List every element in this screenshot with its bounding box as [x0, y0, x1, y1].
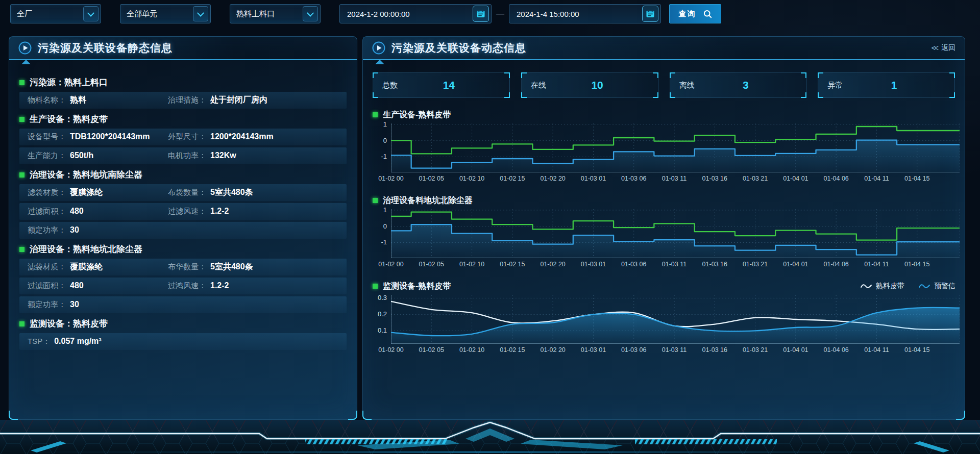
field-value: 1.2-2 [210, 281, 229, 290]
info-cell: 过滤面积：480 [28, 281, 168, 291]
info-section-title: 治理设备：熟料地坑北除尘器 [30, 243, 142, 255]
x-axis-tick: 01-03 21 [743, 261, 768, 268]
y-axis-tick: -1 [373, 238, 387, 246]
chevron-down-icon[interactable] [193, 6, 208, 21]
x-axis-tick: 01-03 01 [581, 346, 606, 354]
field-value: 覆膜涤纶 [70, 187, 103, 198]
info-cell: 额定功率：30 [28, 300, 168, 310]
field-label: 额定功率： [28, 225, 66, 235]
x-axis-tick: 01-02 15 [500, 346, 525, 354]
stat-label: 异常 [827, 81, 843, 90]
chart-canvas [391, 295, 960, 344]
y-axis-tick: 0 [373, 137, 387, 144]
info-section: 治理设备：熟料地坑北除尘器 [19, 241, 347, 258]
chart-legend: 熟料皮带预警信 [861, 282, 961, 291]
field-label: TSP： [28, 337, 50, 346]
x-axis-tick: 01-04 11 [864, 346, 889, 354]
info-row: 额定功率：30 [19, 222, 347, 239]
x-axis-tick: 01-02 05 [419, 346, 444, 354]
device-stats-row: 总数14在线10离线3异常1 [373, 72, 955, 98]
info-section-title: 污染源：熟料上料口 [30, 77, 108, 88]
legend-item[interactable]: 熟料皮带 [861, 282, 904, 291]
field-value: 30 [70, 225, 79, 235]
x-axis-tick: 01-02 20 [540, 346, 565, 354]
info-cell: 生产能力：650t/h [28, 151, 168, 161]
back-button[interactable]: << 返回 [932, 43, 955, 53]
calendar-icon[interactable] [473, 6, 489, 22]
x-axis-tick: 01-03 01 [581, 175, 606, 182]
dynamic-info-panel: 污染源及关联设备动态信息 << 返回 总数14在线10离线3异常1 生产设备-熟… [362, 36, 965, 420]
top-filter-bar: 全厂 全部单元 熟料上料口 — [10, 4, 970, 23]
x-axis-tick: 01-03 11 [662, 261, 687, 268]
field-label: 设备型号： [28, 132, 66, 142]
play-icon [372, 41, 385, 55]
chevron-down-icon[interactable] [83, 6, 99, 21]
x-axis-labels: 01-02 0001-02 0501-02 1001-02 1501-02 20… [391, 258, 960, 269]
info-cell: 滤袋材质：覆膜涤纶 [28, 262, 168, 272]
x-axis-tick: 01-04 11 [864, 175, 889, 182]
info-cell: 布袋数量：5室共480条 [168, 187, 253, 198]
info-row: 生产能力：650t/h电机功率：132Kw [19, 147, 347, 164]
x-axis-tick: 01-02 10 [459, 346, 484, 354]
green-square-bullet [373, 112, 378, 117]
back-button-label: 返回 [941, 43, 955, 53]
footer-decoration [0, 420, 980, 454]
search-icon [703, 10, 712, 18]
unit-select-value: 全部单元 [127, 9, 157, 19]
calendar-icon[interactable] [642, 6, 658, 22]
play-icon [18, 41, 32, 55]
static-info-list: 污染源：熟料上料口物料名称：熟料治理措施：处于封闭厂房内生产设备：熟料皮带设备型… [9, 60, 357, 350]
field-label: 过滤面积： [28, 281, 66, 291]
stat-value: 1 [891, 79, 897, 91]
source-select[interactable]: 熟料上料口 [230, 4, 321, 23]
x-axis-tick: 01-02 15 [500, 175, 525, 182]
x-axis-tick: 01-02 10 [459, 261, 484, 268]
field-label: 电机功率： [168, 151, 206, 161]
x-axis-tick: 01-03 21 [743, 175, 768, 182]
static-panel-title: 污染源及关联设备静态信息 [38, 41, 173, 55]
chevron-down-icon[interactable] [303, 6, 318, 21]
legend-item[interactable]: 预警信 [919, 282, 955, 291]
chart-1: 治理设备料地坑北除尘器10-101-02 0001-02 0501-02 100… [373, 192, 961, 269]
field-value: 处于封闭厂房内 [210, 95, 267, 106]
stat-value: 14 [443, 79, 455, 91]
end-datetime-field[interactable] [509, 4, 661, 23]
x-axis-tick: 01-02 05 [419, 261, 444, 268]
x-axis-labels: 01-02 0001-02 0501-02 1001-02 1501-02 20… [391, 344, 960, 355]
info-row: 物料名称：熟料治理措施：处于封闭厂房内 [19, 92, 347, 109]
field-label: 滤袋材质： [28, 262, 66, 272]
y-axis-tick: 0.1 [373, 326, 387, 334]
info-cell: 过滤风速：1.2-2 [168, 207, 229, 216]
end-datetime-input[interactable] [516, 9, 620, 19]
x-axis-tick: 01-03 01 [581, 261, 606, 268]
green-square-bullet [373, 284, 378, 289]
unit-select[interactable]: 全部单元 [120, 4, 211, 23]
pollution-dashboard: 全厂 全部单元 熟料上料口 — [0, 0, 980, 454]
info-row: 过滤面积：480过鸿风速：1.2-2 [19, 278, 347, 294]
info-cell: 设备型号：TDB1200*204143mm [28, 132, 168, 142]
chart-canvas [391, 209, 960, 258]
chart-plot: 10-1 [373, 123, 961, 172]
plant-select[interactable]: 全厂 [10, 4, 101, 23]
x-axis-tick: 01-02 10 [459, 175, 484, 182]
x-axis-tick: 01-04 01 [783, 346, 808, 354]
x-axis-tick: 01-03 06 [621, 175, 646, 182]
field-value: 480 [70, 281, 84, 290]
x-axis-tick: 01-04 15 [904, 261, 929, 268]
field-label: 过鸿风速： [168, 281, 206, 291]
info-cell: 滤袋材质：覆膜涤纶 [28, 187, 168, 198]
stat-card-3: 异常1 [818, 72, 955, 98]
info-cell: 治理措施：处于封闭厂房内 [168, 95, 267, 106]
start-datetime-input[interactable] [346, 9, 450, 19]
x-axis-tick: 01-02 05 [419, 175, 444, 182]
x-axis-tick: 01-03 16 [702, 346, 727, 354]
green-square-bullet [19, 172, 24, 178]
info-cell: 过滤面积：480 [28, 207, 168, 216]
stat-card-0: 总数14 [373, 72, 510, 98]
dynamic-panel-header: 污染源及关联设备动态信息 << 返回 [363, 37, 965, 60]
query-button[interactable]: 查询 [669, 4, 721, 23]
source-select-value: 熟料上料口 [236, 9, 275, 19]
field-value: 1.2-2 [210, 207, 229, 216]
date-range-separator: — [492, 9, 509, 18]
start-datetime-field[interactable] [339, 4, 492, 23]
